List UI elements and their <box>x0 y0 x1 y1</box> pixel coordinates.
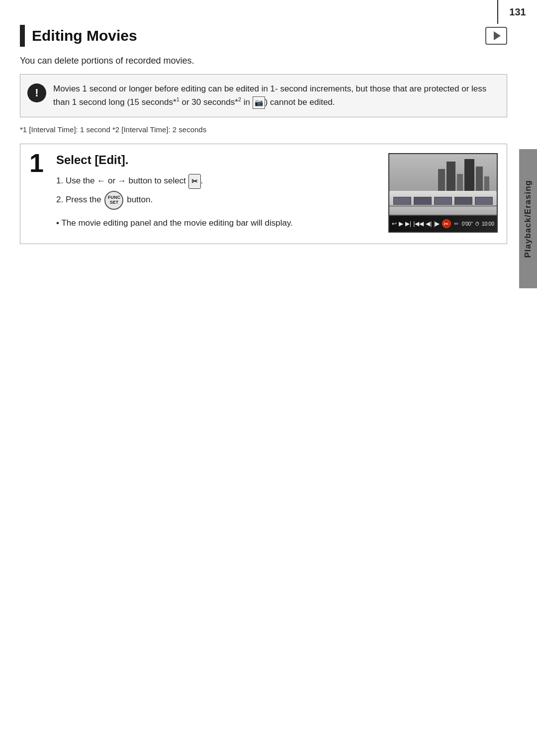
func-set-button: FUNCSET <box>104 191 123 210</box>
ctrl-scissors-icon: ✂ <box>442 219 451 228</box>
movie-preview-col: ↩ ▶ ▶| |◀◀ ◀| |▶ ✂ <box>388 153 498 233</box>
step-instruction-1: 1. Use the ← or → button to select ✂. <box>56 174 379 189</box>
ctrl-play-icon: ▶ <box>399 220 403 227</box>
side-tab-label: Playback/Erasing <box>523 180 533 258</box>
train-window-4 <box>454 197 472 205</box>
ctrl-time-current: 0'00" <box>462 221 473 227</box>
train-area <box>389 187 497 216</box>
ctrl-slow-fwd-icon: |▶ <box>434 220 440 227</box>
movie-preview-image: ↩ ▶ ▶| |◀◀ ◀| |▶ ✂ <box>388 153 498 233</box>
ctrl-prev-icon: |◀◀ <box>413 220 424 227</box>
train-stripe <box>389 205 497 207</box>
step-1-section: 1 Select [Edit]. 1. Use the ← or → butto… <box>20 144 507 244</box>
ctrl-clock-icon: ⏱ <box>475 221 480 227</box>
ctrl-progress-bar <box>454 223 458 225</box>
scissors-select-icon: ✂ <box>188 174 201 189</box>
train-windows <box>393 197 493 205</box>
train-window-2 <box>414 197 432 205</box>
step-instruction-2: 2. Press the FUNCSET button. <box>56 191 379 210</box>
step-number-col: 1 <box>29 153 56 176</box>
right-arrow-icon: → <box>118 176 129 186</box>
train-window-5 <box>475 197 493 205</box>
bullet-note: • The movie editing panel and the movie … <box>56 217 379 230</box>
warning-icon: ! <box>27 84 46 102</box>
warning-exclamation: ! <box>35 87 38 98</box>
interval-footnote: *1 [Interval Time]: 1 second *2 [Interva… <box>20 125 507 134</box>
title-bar: Editing Movies <box>20 25 137 47</box>
movie-controls-bar: ↩ ▶ ▶| |◀◀ ◀| |▶ ✂ <box>389 216 497 232</box>
or-text: or <box>108 176 118 186</box>
page-title: Editing Movies <box>32 27 137 44</box>
title-section: Editing Movies <box>20 25 507 47</box>
step-title: Select [Edit]. <box>56 153 379 167</box>
ctrl-next-icon: ▶| <box>405 220 411 227</box>
train-window-1 <box>393 197 411 205</box>
intro-text: You can delete portions of recorded movi… <box>20 56 507 66</box>
step-content: Select [Edit]. 1. Use the ← or → button … <box>56 153 379 230</box>
button-to-select-text: button to select <box>129 176 188 186</box>
title-accent-bar <box>20 25 25 47</box>
playback-mode-icon-box <box>485 27 507 45</box>
step-instructions: 1. Use the ← or → button to select ✂. 2.… <box>56 174 379 210</box>
func-set-label: FUNCSET <box>108 195 120 205</box>
ctrl-time-total: 10:00 <box>482 221 494 227</box>
warning-box: ! Movies 1 second or longer before editi… <box>20 74 507 117</box>
play-triangle-icon <box>494 31 501 40</box>
step-number: 1 <box>29 150 56 176</box>
page-number: 131 <box>497 0 537 24</box>
ctrl-back-icon: ↩ <box>392 220 397 227</box>
train-window-3 <box>434 197 452 205</box>
side-tab-playback-erasing: Playback/Erasing <box>519 149 537 288</box>
left-arrow-icon: ← <box>97 176 108 186</box>
warning-text: Movies 1 second or longer before editing… <box>53 83 498 109</box>
ctrl-slow-back-icon: ◀| <box>426 220 432 227</box>
